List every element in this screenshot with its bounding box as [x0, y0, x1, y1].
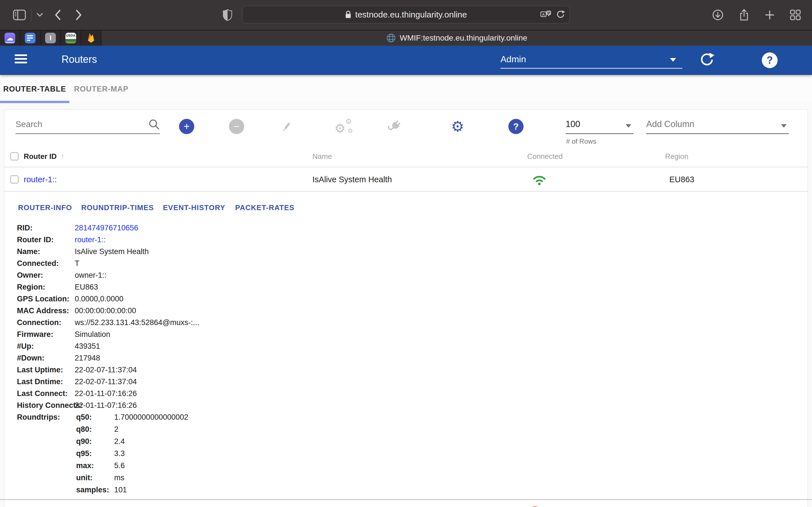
new-tab-button[interactable] — [765, 10, 775, 20]
sidebar-icon — [13, 10, 26, 20]
detail-field-gps-location: GPS Location: 0.0000,0.0000 — [17, 293, 412, 305]
roundtrips-section: Roundtrips: q50: 1.7000000000000002 q80:… — [17, 411, 299, 496]
pinned-tab-firebase[interactable] — [81, 31, 101, 46]
tab-bar: ☁ I USDA WMIF:testnode.eu.thingularity.o… — [0, 30, 812, 46]
rows-per-page-hint: # of Rows — [566, 137, 596, 145]
cloud-icon: ☁ — [4, 33, 15, 43]
forward-icon — [74, 9, 83, 21]
tab-router-table[interactable]: ROUTER-TABLE — [0, 75, 69, 103]
roundtrip-q95: q95: 3.3 — [17, 448, 299, 460]
sort-ascending-icon: ↑ — [61, 152, 64, 161]
rid-link[interactable]: 281474976710656 — [75, 224, 138, 232]
detail-field-firmware: Firmware: Simulation — [17, 328, 412, 340]
downloads-button[interactable] — [712, 9, 723, 20]
rows-per-page-select[interactable]: 100 — [566, 113, 633, 134]
usda-icon: USDA — [65, 33, 76, 43]
reload-icon — [556, 10, 565, 19]
table-row[interactable]: router-1:: IsAlive System Health EU863 — [4, 168, 808, 191]
active-tab-indicator — [0, 101, 69, 103]
browser-nav-controls — [13, 0, 83, 30]
role-select[interactable]: Admin — [500, 51, 682, 69]
view-tabs: ROUTER-TABLE ROUTER-MAP — [0, 75, 812, 103]
share-icon — [739, 9, 749, 21]
row-checkbox[interactable] — [10, 175, 18, 184]
select-all-checkbox[interactable] — [10, 152, 18, 161]
role-select-value: Admin — [500, 54, 526, 64]
pinned-tab-cloud[interactable]: ☁ — [0, 31, 20, 46]
search-input[interactable] — [15, 119, 148, 129]
toolbar-help-button[interactable]: ? — [508, 118, 524, 135]
detail-field-rid: RID: 281474976710656 — [17, 222, 412, 234]
pinned-tab-usda[interactable]: USDA — [61, 31, 81, 46]
active-tab-title: WMIF:testnode.eu.thingularity.online — [400, 34, 527, 43]
region-cell: EU863 — [669, 168, 695, 191]
router-id-link[interactable]: router-1:: — [24, 168, 57, 191]
chevron-down-icon — [36, 12, 43, 17]
sidebar-toggle-button[interactable] — [13, 10, 26, 20]
add-column-select[interactable]: Add Column — [646, 113, 789, 134]
router-id-link[interactable]: router-1:: — [75, 235, 106, 244]
page-reload-button[interactable] — [556, 10, 565, 19]
column-header-region[interactable]: Region — [665, 146, 688, 167]
refresh-button[interactable] — [699, 52, 714, 68]
lock-icon — [345, 10, 351, 19]
roundtrip-samples: samples: 101 — [17, 484, 299, 496]
svg-text:A: A — [542, 12, 545, 17]
pinned-tab-i[interactable]: I — [41, 31, 61, 46]
row-divider — [0, 499, 812, 500]
column-header-connected[interactable]: Connected — [527, 146, 563, 167]
tab-packet-rates[interactable]: PACKET-RATES — [235, 203, 294, 212]
roundtrip-q80: q80: 2 — [17, 424, 299, 436]
active-tab[interactable]: WMIF:testnode.eu.thingularity.online — [101, 31, 812, 46]
detail-field-mac-address: MAC Address: 00:00:00:00:00:00 — [17, 305, 412, 317]
page-title: Routers — [61, 54, 97, 65]
detail-field-last-dntime: Last Dntime: 22-02-07-11:37:04 — [17, 376, 412, 388]
plus-icon — [765, 10, 775, 20]
tab-router-info[interactable]: ROUTER-INFO — [18, 203, 72, 212]
column-header-name[interactable]: Name — [312, 146, 332, 167]
minus-circle-icon: − — [229, 119, 244, 134]
share-button[interactable] — [739, 9, 749, 21]
privacy-shield-button[interactable] — [223, 9, 232, 21]
app-header — [0, 46, 812, 75]
back-button[interactable] — [54, 9, 62, 21]
wifi-connected-icon — [531, 168, 548, 191]
plus-circle-icon: + — [179, 119, 194, 134]
menu-button[interactable] — [15, 54, 27, 63]
roundtrips-label: Roundtrips: — [17, 413, 60, 421]
tab-overview-button[interactable] — [790, 10, 801, 20]
pencil-icon — [281, 121, 292, 132]
address-bar[interactable]: testnode.eu.thingularity.online A — [242, 6, 570, 24]
tab-router-map[interactable]: ROUTER-MAP — [69, 75, 133, 103]
connect-button[interactable] — [386, 118, 403, 135]
column-header-router-id[interactable]: Router ID ↑ — [24, 146, 64, 167]
detail-field-connection: Connection: ws://52.233.131.43:52864@mux… — [17, 317, 412, 328]
header-help-button[interactable]: ? — [762, 52, 777, 68]
detail-field-last-connect: Last Connect: 22-01-11-07:16:26 — [17, 388, 412, 399]
plug-icon — [388, 119, 402, 133]
roundtrip-q90: q90: 2.4 — [17, 436, 299, 448]
grid-icon — [790, 10, 801, 20]
chevron-down-icon — [670, 58, 676, 62]
router-detail-fields: RID: 281474976710656 Router ID: router-1… — [17, 222, 412, 411]
roundtrip-q50: Roundtrips: q50: 1.7000000000000002 — [17, 411, 299, 424]
forward-button[interactable] — [74, 9, 83, 21]
edit-button[interactable] — [278, 118, 294, 135]
pinned-tab-docs[interactable] — [20, 31, 41, 46]
settings-button[interactable]: ⚙ — [449, 118, 466, 135]
question-circle-icon: ? — [508, 119, 523, 134]
translate-button[interactable]: A — [540, 10, 552, 19]
remove-row-button[interactable]: − — [229, 118, 245, 135]
address-bar-url: testnode.eu.thingularity.online — [355, 10, 467, 19]
tab-event-history[interactable]: EVENT-HISTORY — [163, 203, 225, 212]
wifi-disconnected-icon — [526, 503, 544, 507]
add-row-button[interactable]: + — [179, 118, 195, 135]
chevron-down-icon — [626, 124, 631, 128]
tab-roundtrip-times[interactable]: ROUNDTRIP-TIMES — [81, 203, 154, 212]
batch-config-button[interactable]: ⚙ ⚙ ⚙ — [335, 118, 353, 135]
flame-icon — [86, 33, 96, 43]
add-column-label: Add Column — [646, 119, 695, 129]
roundtrip-unit: unit: ms — [17, 472, 299, 484]
detail-field-owner: Owner: owner-1:: — [17, 269, 412, 281]
tab-group-chevron-button[interactable] — [36, 12, 43, 17]
